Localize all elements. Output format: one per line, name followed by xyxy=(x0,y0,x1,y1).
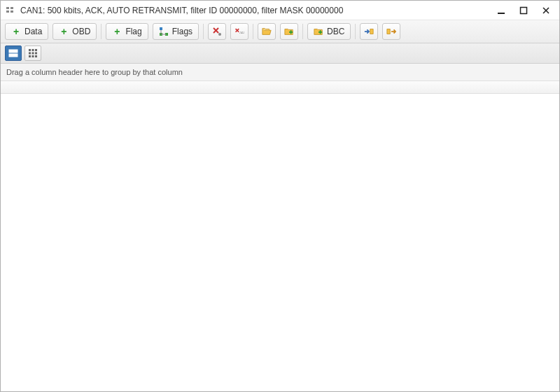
column-header-row[interactable] xyxy=(1,81,559,94)
group-by-bar[interactable]: Drag a column header here to group by th… xyxy=(1,64,559,81)
separator xyxy=(101,24,102,39)
svg-rect-26 xyxy=(32,49,34,51)
delete-all-button[interactable]: ALL xyxy=(230,23,248,40)
separator xyxy=(203,24,204,39)
delete-all-icon: ALL xyxy=(234,27,244,36)
add-folder-button[interactable] xyxy=(280,23,298,40)
export-arrow-icon xyxy=(386,27,396,36)
svg-rect-1 xyxy=(6,10,9,13)
delete-x-icon xyxy=(212,27,222,36)
plus-icon: + xyxy=(112,27,122,36)
add-flag-button[interactable]: + Flag xyxy=(106,23,148,40)
import-arrow-icon xyxy=(364,27,374,36)
flags-tree-icon xyxy=(159,27,169,36)
open-folder-button[interactable] xyxy=(258,23,276,40)
svg-rect-2 xyxy=(10,7,13,9)
svg-rect-3 xyxy=(10,10,13,13)
svg-rect-5 xyxy=(521,7,527,13)
titlebar: CAN1: 500 kbits, ACK, AUTO RETRANSMIT, f… xyxy=(1,1,559,20)
data-grid-content xyxy=(1,94,559,388)
app-icon xyxy=(5,5,16,16)
svg-rect-24 xyxy=(9,54,18,57)
card-view-icon xyxy=(8,48,18,58)
svg-rect-30 xyxy=(35,52,37,55)
add-obd-button[interactable]: + OBD xyxy=(52,23,97,40)
svg-rect-29 xyxy=(32,52,34,55)
folder-add-icon xyxy=(284,27,294,36)
grid-view-icon xyxy=(28,48,38,58)
button-label: Flag xyxy=(125,27,141,36)
svg-rect-0 xyxy=(6,7,9,9)
separator xyxy=(302,24,303,39)
flags-button[interactable]: Flags xyxy=(153,23,199,40)
dbc-button[interactable]: DBC xyxy=(307,23,351,40)
close-button[interactable] xyxy=(540,4,552,17)
svg-rect-25 xyxy=(29,49,31,51)
svg-point-15 xyxy=(218,33,221,36)
plus-icon: + xyxy=(11,27,21,36)
plus-icon: + xyxy=(59,27,69,36)
separator xyxy=(253,24,253,39)
folder-dbc-icon xyxy=(314,27,323,36)
view-mode-bar xyxy=(1,43,559,64)
button-label: DBC xyxy=(327,27,344,36)
group-by-hint: Drag a column header here to group by th… xyxy=(6,68,183,76)
svg-rect-23 xyxy=(9,50,18,52)
export-button[interactable] xyxy=(382,23,400,40)
delete-button[interactable] xyxy=(208,23,226,40)
window-title: CAN1: 500 kbits, ACK, AUTO RETRANSMIT, f… xyxy=(20,6,495,15)
import-button[interactable] xyxy=(360,23,378,40)
add-data-button[interactable]: + Data xyxy=(5,23,48,40)
button-label: Flags xyxy=(172,27,192,36)
button-label: OBD xyxy=(72,27,90,36)
button-label: Data xyxy=(24,27,42,36)
svg-rect-4 xyxy=(498,13,505,14)
folder-open-icon xyxy=(262,27,272,36)
svg-rect-32 xyxy=(32,55,34,57)
separator xyxy=(355,24,356,39)
maximize-button[interactable] xyxy=(517,4,530,17)
svg-rect-31 xyxy=(29,55,31,57)
card-view-button[interactable] xyxy=(5,46,22,61)
svg-text:ALL: ALL xyxy=(239,31,244,34)
grid-view-button[interactable] xyxy=(24,46,41,61)
svg-rect-28 xyxy=(29,52,31,55)
svg-rect-27 xyxy=(35,49,37,51)
svg-rect-33 xyxy=(35,55,37,57)
svg-rect-8 xyxy=(160,27,162,30)
window-controls xyxy=(495,4,555,17)
main-toolbar: + Data + OBD + Flag Flags ALL xyxy=(1,20,559,43)
minimize-button[interactable] xyxy=(495,4,507,17)
